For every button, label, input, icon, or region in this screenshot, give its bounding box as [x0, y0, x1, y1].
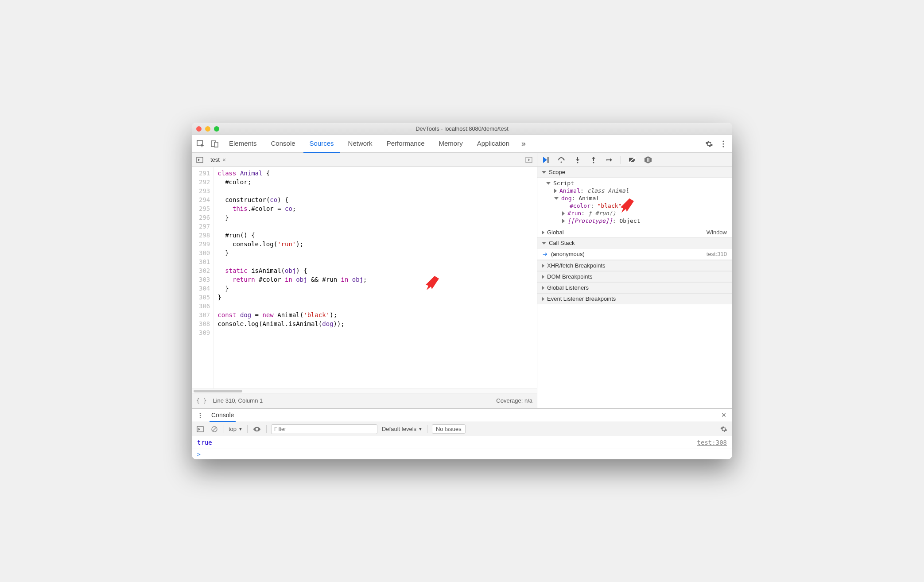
section-dom-breakpoints[interactable]: DOM Breakpoints	[537, 271, 732, 282]
svg-point-9	[561, 161, 562, 163]
sources-code-pane: test × 291292293294295296297298299300301…	[192, 153, 537, 408]
tab-memory[interactable]: Memory	[433, 135, 469, 153]
issues-button[interactable]: No Issues	[432, 424, 466, 434]
disclosure-down-icon	[542, 171, 546, 174]
line-gutter: 2912922932942952962972982993003013023033…	[192, 167, 214, 388]
tab-application[interactable]: Application	[471, 135, 516, 153]
scope-script-block: Script Animal: class Animal dog: Animal …	[537, 178, 732, 227]
clear-console-icon[interactable]	[210, 424, 219, 434]
scope-global-row[interactable]: Global Window	[537, 227, 732, 237]
step-into-button[interactable]	[573, 155, 582, 165]
svg-point-10	[577, 162, 578, 163]
svg-rect-2	[214, 142, 218, 147]
tab-console[interactable]: Console	[265, 135, 302, 153]
disclosure-right-icon	[542, 297, 544, 301]
console-prompt[interactable]: >	[192, 449, 732, 459]
svg-point-17	[200, 413, 201, 414]
svg-point-19	[200, 417, 201, 418]
window-titlebar: DevTools - localhost:8080/demo/test	[192, 123, 732, 135]
disclosure-right-icon	[554, 189, 557, 193]
step-over-button[interactable]	[557, 155, 567, 165]
callstack-section-header[interactable]: Call Stack	[537, 237, 732, 248]
tab-performance[interactable]: Performance	[380, 135, 431, 153]
disclosure-down-icon	[542, 242, 546, 244]
scrollbar-thumb[interactable]	[194, 390, 242, 392]
console-settings-icon[interactable]	[719, 424, 729, 434]
device-toolbar-icon[interactable]	[209, 138, 221, 150]
console-output-row: true test:308	[192, 436, 732, 449]
svg-point-11	[593, 162, 594, 163]
window-title: DevTools - localhost:8080/demo/test	[192, 125, 732, 132]
editor-statusbar: { } Line 310, Column 1 Coverage: n/a	[192, 393, 537, 408]
file-tab-test[interactable]: test ×	[209, 156, 228, 163]
tab-network[interactable]: Network	[342, 135, 379, 153]
svg-rect-16	[648, 158, 649, 162]
scope-item-dog[interactable]: dog: Animal	[537, 194, 732, 202]
console-tab[interactable]: Console	[210, 409, 236, 422]
disclosure-right-icon	[562, 211, 565, 216]
pretty-print-icon[interactable]: { }	[196, 397, 206, 404]
scope-item-color[interactable]: #color: "black"	[537, 202, 732, 210]
inspect-element-icon[interactable]	[194, 138, 207, 150]
console-sidebar-toggle-icon[interactable]	[195, 424, 205, 434]
kebab-menu-icon[interactable]	[717, 138, 730, 150]
scope-item-animal[interactable]: Animal: class Animal	[537, 187, 732, 194]
svg-point-18	[200, 415, 201, 415]
tab-sources[interactable]: Sources	[303, 135, 340, 153]
console-toolbar: top▼ Default levels▼ No Issues	[192, 422, 732, 436]
file-tab-label: test	[210, 156, 220, 163]
coverage-status: Coverage: n/a	[496, 397, 532, 404]
content-split: test × 291292293294295296297298299300301…	[192, 153, 732, 408]
console-drawer: Console × top▼ Default levels▼	[192, 408, 732, 459]
devtools-window: DevTools - localhost:8080/demo/test Elem…	[192, 123, 732, 459]
svg-point-12	[606, 159, 608, 160]
disclosure-right-icon	[542, 275, 544, 279]
disclosure-right-icon	[542, 264, 544, 268]
disclosure-right-icon	[542, 230, 544, 235]
scope-item-prototype[interactable]: [[Prototype]]: Object	[537, 217, 732, 225]
scope-item-run[interactable]: #run: ƒ #run()	[537, 210, 732, 217]
settings-icon[interactable]	[703, 138, 715, 150]
console-output-value: true	[197, 439, 212, 446]
main-tab-strip: ElementsConsoleSourcesNetworkPerformance…	[192, 135, 732, 153]
code-body: class Animal { #color; constructor(co) {…	[214, 167, 537, 388]
deactivate-breakpoints-button[interactable]	[627, 155, 637, 165]
section-event-listener-breakpoints[interactable]: Event Listener Breakpoints	[537, 293, 732, 304]
scope-section-header[interactable]: Scope	[537, 167, 732, 178]
console-filter-input[interactable]	[271, 424, 377, 434]
close-drawer-icon[interactable]: ×	[719, 411, 729, 420]
disclosure-down-icon	[554, 197, 559, 200]
scope-script-header[interactable]: Script	[537, 179, 732, 187]
svg-rect-15	[647, 158, 648, 162]
disclosure-right-icon	[562, 219, 565, 223]
disclosure-right-icon	[542, 286, 544, 290]
svg-line-22	[213, 427, 216, 431]
live-expression-icon[interactable]	[252, 424, 262, 434]
code-editor[interactable]: 2912922932942952962972982993003013023033…	[192, 167, 537, 388]
step-button[interactable]	[605, 155, 614, 165]
current-frame-icon: ➔	[543, 251, 547, 257]
navigator-toggle-icon[interactable]	[194, 155, 205, 165]
svg-point-4	[722, 143, 724, 144]
kebab-menu-icon[interactable]	[195, 411, 205, 420]
console-drawer-header: Console ×	[192, 409, 732, 422]
section-global-listeners[interactable]: Global Listeners	[537, 282, 732, 293]
resume-overlay-icon[interactable]	[524, 155, 534, 165]
pause-on-exceptions-button[interactable]	[643, 155, 653, 165]
debugger-sidebar: Scope Script Animal: class Animal dog: A…	[537, 153, 732, 408]
scope-panel: Scope Script Animal: class Animal dog: A…	[537, 167, 732, 408]
more-tabs-button[interactable]: »	[517, 138, 530, 150]
horizontal-scrollbar[interactable]	[192, 388, 537, 393]
tab-elements[interactable]: Elements	[223, 135, 263, 153]
close-file-tab-icon[interactable]: ×	[222, 156, 226, 163]
console-output-source[interactable]: test:308	[697, 439, 727, 446]
section-xhr-fetch-breakpoints[interactable]: XHR/fetch Breakpoints	[537, 260, 732, 271]
resume-button[interactable]	[541, 155, 551, 165]
callstack-frame[interactable]: ➔(anonymous) test:310	[537, 248, 732, 260]
svg-marker-14	[644, 156, 652, 163]
step-out-button[interactable]	[589, 155, 598, 165]
log-levels-selector[interactable]: Default levels▼	[382, 426, 423, 432]
disclosure-down-icon	[546, 182, 551, 185]
file-tab-strip: test ×	[192, 153, 537, 167]
context-selector[interactable]: top▼	[229, 426, 243, 432]
